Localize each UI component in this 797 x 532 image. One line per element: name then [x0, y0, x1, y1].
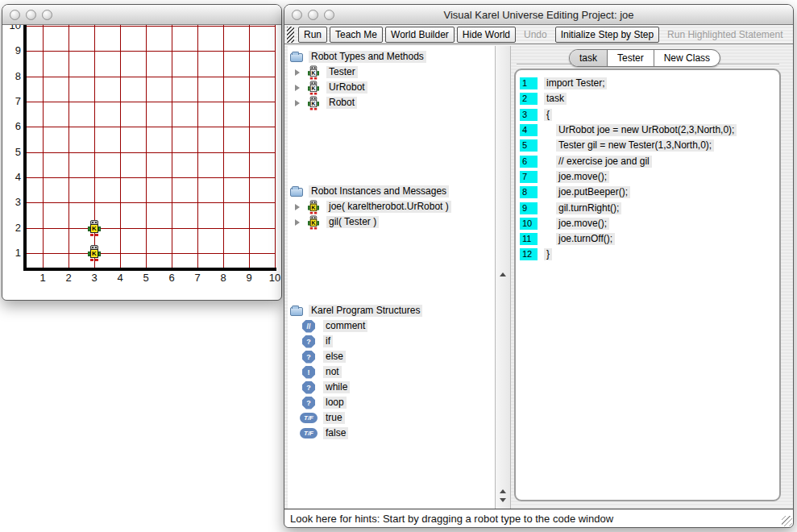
main-content: Robot Types and MethodsKTesterKUrRobotKR… [284, 44, 793, 510]
scroll-up-icon[interactable] [500, 489, 506, 493]
tree-section-header[interactable]: Karel Program Structures [288, 303, 495, 318]
grid-h-line [25, 102, 276, 102]
zoom-button[interactable] [42, 10, 52, 20]
code-lines: 1import Tester;2task3{4UrRobot joe = new… [520, 76, 776, 497]
toolbar-button-hide-world[interactable]: Hide World [457, 27, 516, 43]
tree-item-urrobot[interactable]: KUrRobot [288, 80, 495, 95]
tree-item-if[interactable]: ?if [288, 334, 495, 349]
grid-v-line [68, 25, 69, 269]
tree-item-tester[interactable]: KTester [288, 64, 495, 80]
code-line-4[interactable]: 4UrRobot joe = new UrRobot(2,3,North,0); [520, 123, 776, 138]
toolbar-button-run[interactable]: Run [298, 27, 327, 43]
code-line-9[interactable]: 9gil.turnRight(); [520, 200, 776, 215]
robot-foot-right [95, 234, 98, 236]
tree-section-label: Karel Program Structures [309, 305, 422, 317]
line-number-badge: 4 [520, 124, 538, 136]
tree-item-label: else [323, 351, 346, 363]
disclosure-triangle-icon[interactable] [295, 69, 300, 76]
tree-scrollbar-top[interactable] [495, 46, 511, 281]
x-axis [23, 268, 276, 271]
code-text: Tester gil = new Tester(1,3,North,0); [556, 139, 714, 152]
toolbar-button-initialize-step-by-step[interactable]: Initialize Step by Step [555, 27, 659, 43]
structure-glyph: ? [302, 397, 315, 409]
zoom-button[interactable] [324, 10, 334, 20]
y-axis-label: 2 [2, 222, 21, 234]
code-line-5[interactable]: 5Tester gil = new Tester(1,3,North,0); [520, 138, 776, 153]
tree-item-not[interactable]: !not [288, 364, 495, 380]
code-line-10[interactable]: 10joe.move(); [520, 216, 776, 231]
tree-scrollbar-bottom[interactable] [495, 281, 511, 509]
robot-type-icon: K [308, 96, 319, 110]
close-button[interactable] [10, 10, 20, 20]
tree-item-false[interactable]: T/Ffalse [288, 426, 495, 441]
robot-body: K [90, 224, 98, 233]
line-number-badge: 5 [520, 139, 538, 152]
resize-grip[interactable] [782, 516, 792, 526]
y-axis-label: 1 [2, 247, 21, 259]
robot-body: K [310, 69, 318, 76]
world-robot-joe[interactable]: K [88, 220, 101, 236]
tree-item-label: true [323, 412, 345, 424]
world-robot-gil[interactable]: K [88, 245, 101, 261]
code-text: } [544, 248, 552, 260]
line-number-badge: 6 [520, 156, 538, 168]
close-button[interactable] [292, 10, 302, 20]
tab-task[interactable]: task [570, 50, 607, 66]
tree-item-label: comment [323, 320, 367, 332]
disclosure-triangle-icon[interactable] [295, 204, 300, 210]
scroll-up-icon[interactable] [500, 272, 506, 276]
grid-v-line [146, 25, 147, 269]
toolbar-drag-handle-icon[interactable] [287, 27, 294, 43]
robot-instance-icon: K [88, 245, 101, 261]
toolbar-button-teach-me[interactable]: Teach Me [330, 27, 383, 43]
robot-foot-left [90, 234, 93, 236]
toolbar-button-world-builder[interactable]: World Builder [385, 27, 455, 43]
minimize-button[interactable] [308, 10, 318, 20]
tab-tester[interactable]: Tester [607, 50, 654, 66]
disclosure-triangle-icon[interactable] [295, 85, 300, 91]
question-icon: ? [300, 397, 318, 409]
code-text: task [544, 93, 567, 105]
code-line-7[interactable]: 7joe.move(); [520, 169, 776, 185]
true-false-glyph: T/F [300, 413, 318, 423]
robot-arm-right [317, 86, 319, 90]
robot-type-icon: K [308, 65, 319, 79]
tree-item-loop[interactable]: ?loop [288, 395, 495, 410]
world-window-titlebar[interactable] [2, 5, 281, 25]
tree-item-joe-kareltherobot-urrobot[interactable]: Kjoe( kareltherobot.UrRobot ) [288, 199, 495, 214]
tree-item-label: Robot [326, 97, 357, 109]
main-window-titlebar[interactable]: Visual Karel Universe Editing Project: j… [284, 5, 793, 25]
code-line-1[interactable]: 1import Tester; [520, 76, 776, 91]
tree-item-gil-tester[interactable]: Kgil( Tester ) [288, 214, 495, 230]
tree-item-while[interactable]: ?while [288, 380, 495, 395]
code-line-11[interactable]: 11joe.turnOff(); [520, 231, 776, 247]
code-line-12[interactable]: 12} [520, 247, 776, 262]
code-line-8[interactable]: 8joe.putBeeper(); [520, 185, 776, 200]
tree-item-true[interactable]: T/Ftrue [288, 410, 495, 426]
tree-section-robot-instances-and-messages: Robot Instances and MessagesKjoe( karelt… [288, 184, 495, 230]
toolbar-button-undo: Undo [518, 27, 553, 43]
disclosure-triangle-icon[interactable] [295, 100, 300, 106]
x-axis-label: 8 [215, 272, 231, 284]
grid-v-line [275, 25, 276, 269]
line-number-badge: 12 [520, 248, 538, 260]
y-axis-label: 4 [2, 171, 21, 183]
code-line-2[interactable]: 2task [520, 91, 776, 106]
tab-new-class[interactable]: New Class [654, 50, 720, 66]
minimize-button[interactable] [26, 10, 36, 20]
scroll-down-icon[interactable] [500, 498, 506, 502]
code-text: gil.turnRight(); [556, 202, 621, 214]
robot-instance-icon: K [308, 215, 319, 229]
tree-section-header[interactable]: Robot Types and Methods [288, 49, 495, 64]
tree-item-else[interactable]: ?else [288, 349, 495, 364]
disclosure-triangle-icon[interactable] [295, 219, 300, 226]
code-line-6[interactable]: 6// exercise joe and gil [520, 153, 776, 168]
tree-item-robot[interactable]: KRobot [288, 95, 495, 110]
code-line-3[interactable]: 3{ [520, 107, 776, 123]
robot-type-icon: K [305, 64, 322, 81]
grid-v-line [172, 25, 172, 269]
tree-item-comment[interactable]: //comment [288, 318, 495, 334]
grid-h-line [25, 51, 276, 52]
grid-v-line [249, 25, 250, 269]
tree-section-header[interactable]: Robot Instances and Messages [288, 184, 495, 199]
